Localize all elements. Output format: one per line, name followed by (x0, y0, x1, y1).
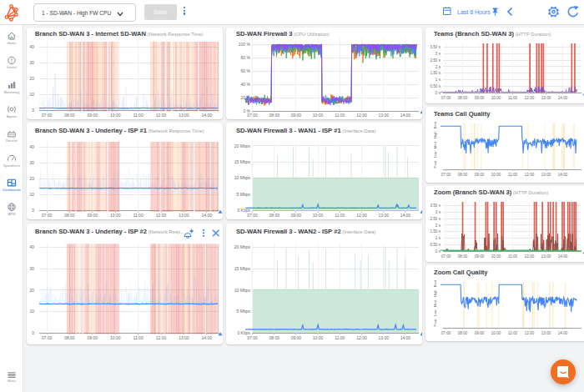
svg-text:2.50 s: 2.50 s (430, 58, 441, 63)
svg-text:14:00: 14:00 (400, 213, 411, 218)
svg-text:Speedtests: Speedtests (3, 163, 20, 168)
svg-text:14:00: 14:00 (202, 335, 213, 340)
svg-text:14:00: 14:00 (558, 331, 568, 335)
svg-text:12:00: 12:00 (156, 335, 167, 340)
svg-text:0 s: 0 s (435, 249, 441, 254)
svg-text:12:00: 12:00 (156, 213, 167, 218)
svg-text:Low: Low (433, 309, 437, 316)
svg-text:11:00: 11:00 (133, 213, 143, 218)
svg-text:Home: Home (8, 41, 17, 45)
svg-text:10:00: 10:00 (491, 254, 501, 259)
svg-text:11:00: 11:00 (133, 335, 143, 340)
svg-text:08:00: 08:00 (458, 96, 468, 100)
svg-text:08:00: 08:00 (269, 335, 279, 340)
svg-text:09:00: 09:00 (475, 254, 485, 259)
svg-text:40: 40 (29, 144, 34, 149)
svg-text:11:00: 11:00 (508, 254, 518, 259)
svg-text:10:00: 10:00 (491, 331, 501, 335)
svg-text:2 s: 2 s (435, 224, 441, 228)
svg-text:08:00: 08:00 (64, 213, 75, 218)
svg-text:08:00: 08:00 (458, 331, 468, 335)
svg-text:09:00: 09:00 (291, 213, 302, 218)
svg-text:11:00: 11:00 (335, 335, 345, 340)
svg-text:13:00: 13:00 (541, 331, 551, 335)
svg-text:Poor: Poor (433, 160, 437, 168)
svg-text:0: 0 (32, 108, 34, 113)
svg-text:0: 0 (32, 208, 34, 213)
svg-text:11:00: 11:00 (335, 113, 345, 118)
svg-text:20 Mbps: 20 Mbps (234, 244, 251, 249)
svg-text:10:00: 10:00 (491, 173, 501, 177)
svg-text:07:00: 07:00 (441, 331, 451, 335)
svg-text:07:00: 07:00 (247, 213, 258, 218)
svg-text:09:00: 09:00 (88, 213, 98, 218)
svg-text:10:00: 10:00 (313, 213, 324, 218)
svg-text:1.50 s: 1.50 s (430, 229, 441, 234)
svg-text:30: 30 (29, 60, 34, 65)
svg-text:14:00: 14:00 (202, 113, 213, 118)
svg-text:11:00: 11:00 (508, 331, 518, 335)
svg-text:Monitoring: Monitoring (4, 90, 20, 94)
svg-text:High: High (433, 289, 437, 297)
svg-text:20: 20 (29, 76, 34, 81)
svg-text:Best: Best (433, 121, 437, 128)
svg-text:20 Mbps: 20 Mbps (234, 143, 251, 148)
svg-text:10:00: 10:00 (110, 113, 121, 118)
svg-text:08:00: 08:00 (458, 254, 468, 259)
svg-text:3.50 s: 3.50 s (430, 45, 441, 49)
svg-text:12:00: 12:00 (156, 113, 167, 118)
svg-text:09:00: 09:00 (475, 173, 485, 177)
svg-text:08:00: 08:00 (458, 173, 468, 177)
svg-text:2 s: 2 s (435, 65, 441, 69)
svg-text:07:00: 07:00 (247, 113, 258, 118)
svg-text:60 %: 60 % (241, 68, 251, 73)
svg-text:Poor: Poor (433, 319, 437, 326)
svg-text:20: 20 (29, 288, 34, 293)
svg-text:1 s: 1 s (435, 236, 441, 240)
svg-text:Best: Best (433, 279, 437, 287)
svg-text:10: 10 (29, 192, 34, 197)
svg-text:13:00: 13:00 (378, 213, 389, 218)
svg-text:10:00: 10:00 (313, 335, 324, 340)
svg-text:5 Mbps: 5 Mbps (237, 192, 251, 197)
svg-text:100 %: 100 % (239, 42, 251, 47)
svg-text:0.50 s: 0.50 s (430, 84, 441, 88)
svg-text:0: 0 (32, 330, 34, 335)
svg-text:12:00: 12:00 (525, 254, 535, 259)
svg-text:1 s: 1 s (435, 78, 441, 82)
svg-text:13:00: 13:00 (179, 113, 189, 118)
svg-text:14:00: 14:00 (202, 213, 213, 218)
svg-text:40: 40 (29, 244, 34, 249)
svg-text:07:00: 07:00 (42, 335, 53, 340)
svg-text:2.50 s: 2.50 s (430, 217, 441, 221)
svg-text:10: 10 (29, 309, 34, 314)
svg-text:13:00: 13:00 (541, 254, 551, 259)
svg-text:12:00: 12:00 (525, 96, 535, 100)
svg-text:Devices: Devices (6, 138, 18, 143)
svg-text:11:00: 11:00 (508, 96, 518, 100)
svg-text:15 Mbps: 15 Mbps (234, 266, 251, 271)
svg-text:07:00: 07:00 (42, 213, 53, 218)
svg-text:0 Kbps: 0 Kbps (237, 330, 250, 335)
svg-text:APM: APM (8, 212, 16, 216)
svg-text:14:00: 14:00 (558, 254, 568, 259)
svg-text:13:00: 13:00 (378, 335, 389, 340)
svg-text:15 Mbps: 15 Mbps (234, 159, 251, 164)
svg-text:07:00: 07:00 (441, 96, 451, 100)
svg-text:09:00: 09:00 (291, 113, 302, 118)
svg-text:10:00: 10:00 (110, 335, 121, 340)
svg-text:07:00: 07:00 (441, 254, 451, 259)
svg-text:14:00: 14:00 (558, 173, 568, 177)
svg-text:12:00: 12:00 (525, 173, 535, 177)
svg-text:5 Mbps: 5 Mbps (237, 309, 251, 314)
svg-text:09:00: 09:00 (88, 113, 98, 118)
svg-text:80 %: 80 % (241, 55, 251, 60)
svg-text:20: 20 (29, 176, 34, 181)
svg-text:12:00: 12:00 (525, 331, 535, 335)
svg-text:13:00: 13:00 (541, 173, 551, 177)
svg-text:13:00: 13:00 (378, 113, 389, 118)
svg-text:3 s: 3 s (435, 210, 441, 214)
svg-text:10: 10 (29, 92, 34, 97)
svg-text:0 s: 0 s (435, 91, 441, 95)
svg-text:3.50 s: 3.50 s (430, 204, 441, 208)
